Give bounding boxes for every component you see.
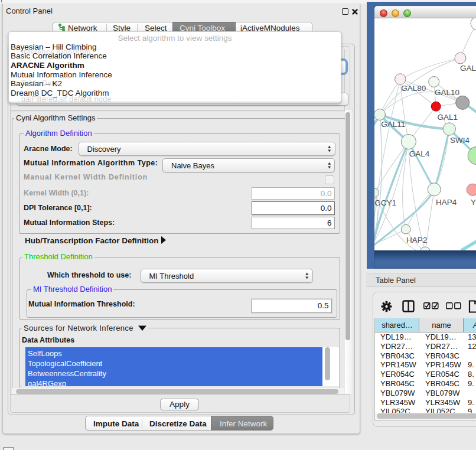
svg-text:GCY1: GCY1 xyxy=(374,198,396,207)
svg-text:GAL11: GAL11 xyxy=(381,120,405,129)
svg-text:HAP4: HAP4 xyxy=(436,198,457,207)
svg-text:SWI4: SWI4 xyxy=(450,136,470,145)
svg-text:GAL1: GAL1 xyxy=(438,113,458,122)
svg-text:GAL80: GAL80 xyxy=(401,84,426,93)
svg-text:HAP2: HAP2 xyxy=(406,236,427,244)
svg-text:GAL4: GAL4 xyxy=(409,149,430,158)
svg-text:GAL2: GAL2 xyxy=(460,64,476,73)
svg-text:GAL10: GAL10 xyxy=(435,88,459,97)
svg-text:Y: Y xyxy=(471,198,476,207)
